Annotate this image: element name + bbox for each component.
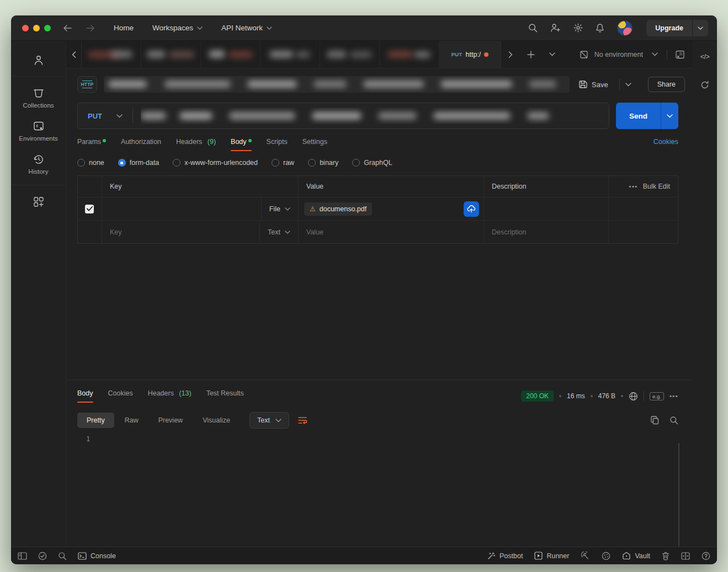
upgrade-button[interactable]: Upgrade [646,20,692,36]
selected-file-chip[interactable]: ⚠documenso.pdf [304,202,372,216]
radio-none[interactable]: none [77,159,104,167]
url-input-box[interactable]: PUT [77,103,609,129]
key-input[interactable]: Key Text [102,221,299,243]
code-snippet-icon[interactable]: </> [700,53,710,61]
close-window-button[interactable] [22,25,29,31]
view-preview[interactable]: Preview [149,413,192,428]
sidebar-item-history[interactable]: History [15,148,62,181]
vault-button[interactable]: Vault [622,552,650,560]
request-url-redacted[interactable] [141,108,601,124]
tab-params[interactable]: Params [77,138,106,151]
minimize-window-button[interactable] [33,25,40,31]
sidebar-item-more-tools[interactable] [15,191,62,214]
wrap-text-icon[interactable] [297,416,307,425]
back-icon[interactable] [63,24,72,32]
value-cell[interactable]: ⚠documenso.pdf [299,197,484,220]
sidebar-item-environments[interactable]: Environments [15,115,62,148]
blurred-tab[interactable] [261,41,320,68]
sidebar-item-collections[interactable]: Collections [15,82,62,115]
key-type-select[interactable]: File [261,197,298,220]
blurred-tab[interactable] [201,41,261,68]
nav-home[interactable]: Home [114,24,134,32]
nav-workspaces[interactable]: Workspaces [152,24,203,32]
status-badge[interactable]: 200 OK [521,391,554,402]
description-input[interactable]: Description [484,221,609,243]
blurred-tab[interactable] [380,41,439,68]
upload-file-button[interactable] [464,201,479,217]
value-input[interactable]: Value [299,221,484,243]
tabs-scroll-left-icon[interactable] [66,41,82,68]
row-checkbox-checked[interactable] [85,205,94,213]
cookies-icon[interactable] [602,552,610,560]
blurred-tabs[interactable] [82,41,439,68]
save-button[interactable]: Save [576,80,610,89]
toggle-sidebar-icon[interactable] [18,552,27,560]
user-avatar[interactable] [617,20,633,36]
tabs-scroll-right-icon[interactable] [501,51,520,58]
two-pane-layout-icon[interactable] [681,552,690,560]
more-options-icon[interactable]: ••• [629,183,638,190]
format-dropdown[interactable]: Text [249,412,289,429]
forward-icon[interactable] [86,24,95,32]
active-request-tab[interactable]: PUT http:/ [439,41,501,68]
new-tab-plus-icon[interactable] [520,51,542,58]
method-chevron-icon[interactable] [116,114,132,118]
cookies-link[interactable]: Cookies [653,138,678,151]
key-type-select[interactable]: Text [259,221,298,243]
bulk-edit-button[interactable]: Bulk Edit [643,183,670,190]
send-options-chevron-icon[interactable] [661,103,678,129]
response-tab-body[interactable]: Body [77,389,93,403]
radio-raw[interactable]: raw [272,159,294,167]
tab-body[interactable]: Body [231,138,252,151]
checkpoint-icon[interactable] [38,552,47,560]
description-cell[interactable] [484,197,609,220]
trash-icon[interactable] [662,552,669,560]
blurred-tab[interactable] [141,41,201,68]
settings-gear-icon[interactable] [573,23,583,33]
upgrade-chevron-icon[interactable] [692,20,708,36]
response-tab-cookies[interactable]: Cookies [108,389,133,403]
environment-quick-look-icon[interactable] [673,50,687,59]
blurred-tab[interactable] [82,41,141,68]
tab-scripts[interactable]: Scripts [267,138,288,151]
notifications-bell-icon[interactable] [596,23,604,33]
radio-graphql[interactable]: GraphQL [352,159,392,167]
send-button[interactable]: Send [616,103,661,129]
tab-settings[interactable]: Settings [302,138,327,151]
view-visualize[interactable]: Visualize [193,413,240,428]
response-time[interactable]: 16 ms [567,392,585,400]
tab-authorization[interactable]: Authorization [121,138,161,151]
find-icon[interactable] [58,552,67,560]
environment-chevron-icon[interactable] [649,52,661,56]
method-selector[interactable]: PUT [78,112,116,120]
view-raw[interactable]: Raw [115,413,148,428]
tab-options-chevron-icon[interactable] [542,52,562,56]
search-response-icon[interactable] [669,416,678,425]
zoom-window-button[interactable] [44,25,51,31]
view-pretty[interactable]: Pretty [77,413,114,428]
sidebar-item-account[interactable] [15,49,62,73]
radio-binary[interactable]: binary [308,159,338,167]
environment-selector[interactable]: No environment [594,51,643,58]
radio-x-www-form-urlencoded[interactable]: x-www-form-urlencoded [173,159,258,167]
save-options-chevron-icon[interactable] [619,79,637,90]
help-icon[interactable] [702,552,710,560]
response-tab-headers[interactable]: Headers (13) [148,389,192,403]
request-name-redacted[interactable] [104,76,570,93]
save-as-example-icon[interactable]: e.g. [650,392,664,400]
console-button[interactable]: Console [78,552,116,560]
share-button[interactable]: Share [648,77,685,92]
tab-headers[interactable]: Headers (9) [176,138,216,151]
editor-scrollbar[interactable] [678,443,679,547]
copy-response-icon[interactable] [651,416,659,425]
response-body-editor[interactable]: 1 [66,431,693,547]
search-icon[interactable] [528,23,538,33]
blurred-tab[interactable] [320,41,380,68]
refresh-sync-icon[interactable] [700,81,709,89]
response-more-options-icon[interactable]: ••• [669,393,678,399]
response-tab-test-results[interactable]: Test Results [206,389,244,403]
response-size[interactable]: 476 B [598,392,615,400]
nav-api-network[interactable]: API Network [221,24,272,32]
network-globe-icon[interactable] [629,392,638,401]
runner-button[interactable]: Runner [534,552,569,560]
